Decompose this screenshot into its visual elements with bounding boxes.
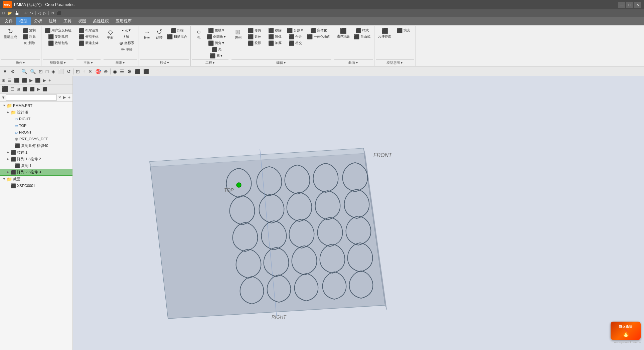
- minimize-button[interactable]: —: [618, 2, 625, 8]
- zoom-in-btn[interactable]: 🔍: [20, 68, 28, 75]
- search-go-btn[interactable]: ▶: [62, 95, 66, 100]
- appearance-btn[interactable]: ◉: [112, 68, 118, 75]
- menu-analysis[interactable]: 分析: [31, 17, 45, 25]
- rib-btn[interactable]: ⬛筋▼: [205, 53, 228, 59]
- revolve-btn[interactable]: ↺旋转: [153, 27, 165, 41]
- tree-icon-btn4[interactable]: ⬛: [21, 77, 28, 83]
- tree-item-copy1[interactable]: ⬛ 复制 1: [0, 162, 72, 169]
- plane-btn[interactable]: ◇平面: [104, 27, 116, 41]
- paste-btn[interactable]: ⬛粘贴: [19, 34, 39, 40]
- clear-btn[interactable]: ✕: [87, 68, 94, 75]
- menu-file[interactable]: 文件: [1, 17, 16, 25]
- maximize-button[interactable]: □: [626, 2, 633, 8]
- style-btn[interactable]: ⬛样式: [352, 27, 372, 33]
- chamfer-btn[interactable]: ⬛倒角▼: [205, 40, 228, 46]
- tree-item-front[interactable]: ▱ FRONT: [0, 129, 72, 136]
- tree-item-pmma[interactable]: ▼ 📁 PMMA.PRT: [0, 102, 72, 109]
- project-btn[interactable]: ⬛投影: [245, 40, 265, 46]
- panel-icon8[interactable]: +: [49, 86, 53, 92]
- menu-applications[interactable]: 应用程序: [112, 17, 135, 25]
- intersect-btn[interactable]: ⬛相交: [285, 40, 305, 46]
- thicken-btn[interactable]: ⬛加厚: [265, 40, 285, 46]
- panel-icon2[interactable]: ☰: [10, 86, 15, 92]
- freestyle-btn[interactable]: ⬛自由式: [352, 34, 372, 40]
- zoom-out-btn[interactable]: 🔍: [29, 68, 37, 75]
- tree-item-extrude1[interactable]: ▶ ⬛ 拉伸 1: [0, 149, 72, 156]
- panel-icon5[interactable]: ⬛: [29, 86, 36, 92]
- tree-icon-btn3[interactable]: ⬛: [13, 77, 20, 83]
- extrude-btn[interactable]: →拉伸: [141, 27, 153, 41]
- tree-item-right[interactable]: ▱ RIGHT: [0, 116, 72, 122]
- delete-btn[interactable]: ✕删除: [19, 40, 39, 46]
- next-button[interactable]: ▷: [42, 11, 47, 16]
- new-body-btn[interactable]: ⬛新建主体: [77, 40, 100, 46]
- solidify-btn[interactable]: ⬛实体化: [306, 27, 332, 33]
- tree-filter-btn[interactable]: ▼: [1, 68, 9, 75]
- sweep-blend-btn[interactable]: ⬛扫描混合: [166, 34, 188, 40]
- component-interface-btn[interactable]: ⬛元件界面: [376, 27, 393, 40]
- wireframe-btn[interactable]: ⬜: [57, 68, 65, 75]
- shell-btn[interactable]: ⬛壳: [205, 46, 228, 52]
- hole-btn[interactable]: ○孔: [193, 27, 205, 41]
- csys-btn[interactable]: ⊕坐标系: [117, 40, 137, 46]
- search-add-btn[interactable]: +: [67, 95, 71, 100]
- sweep-btn[interactable]: ⬛扫描: [166, 27, 188, 33]
- copy-geom-btn[interactable]: ⬛复制几何: [43, 34, 73, 40]
- regenerate-ribbon-btn[interactable]: ↻重新生成: [2, 27, 19, 40]
- unified-surface-btn[interactable]: ⬛一体化曲面: [306, 34, 332, 40]
- more-btn[interactable]: ⬛: [133, 68, 142, 75]
- remove-btn[interactable]: ⬛移除: [265, 27, 285, 33]
- tree-settings-btn[interactable]: ⚙: [9, 68, 16, 75]
- boolean-btn[interactable]: ⬛布尔运算: [77, 27, 100, 33]
- axis-btn[interactable]: /轴: [117, 34, 137, 40]
- redo-button[interactable]: ↪: [29, 11, 34, 16]
- tree-item-csys[interactable]: ⊕ PRT_CSYS_DEF: [0, 136, 72, 142]
- save-button[interactable]: 💾: [14, 11, 20, 16]
- new-button[interactable]: □: [1, 11, 6, 15]
- extra-btn[interactable]: ⬛: [142, 68, 150, 75]
- tree-item-design[interactable]: ▶ 📁 设计项: [0, 109, 72, 116]
- tree-icon-btn2[interactable]: ☰: [7, 77, 13, 83]
- previous-button[interactable]: ◁: [37, 11, 42, 16]
- pattern-btn[interactable]: ⊞阵列: [232, 27, 244, 41]
- view3d-btn[interactable]: ⊡: [74, 68, 81, 75]
- trim-btn[interactable]: ⬛修剪: [245, 27, 265, 33]
- tree-item-copygeom[interactable]: ⬛ 复制几何 标识40: [0, 142, 72, 149]
- tree-icon-btn5[interactable]: ▶: [28, 77, 34, 83]
- search-input[interactable]: [6, 95, 57, 101]
- split-btn[interactable]: ⬛分割▼: [285, 27, 305, 33]
- tree-add-btn[interactable]: +: [47, 77, 52, 83]
- sketch-btn[interactable]: ✏草绘: [117, 46, 137, 52]
- fill-btn[interactable]: ⬛填充: [393, 27, 414, 33]
- datum-plane-btn[interactable]: ⊕: [103, 68, 109, 75]
- copy-btn[interactable]: ⬛复制: [19, 27, 39, 33]
- panel-icon3[interactable]: ⊞: [16, 86, 21, 92]
- shading-btn[interactable]: ◈: [50, 68, 56, 75]
- menu-tools[interactable]: 工具: [60, 17, 75, 25]
- panel-icon7[interactable]: ⬛: [41, 86, 48, 92]
- normal-view-btn[interactable]: ↑: [82, 68, 87, 75]
- regenerate-button[interactable]: ↻: [50, 11, 55, 16]
- menu-view[interactable]: 视图: [75, 17, 90, 25]
- viewport[interactable]: FRONT TOP RIGHT 野火论坛 🔥 www.proewildfire.…: [73, 76, 644, 350]
- split-body-btn[interactable]: ⬛分割主体: [77, 34, 100, 40]
- menu-model[interactable]: 模型: [16, 17, 31, 25]
- tree-item-pattern2[interactable]: ▶ ⬛ 阵列 2 / 拉伸 3: [0, 169, 72, 176]
- zoom-area-btn[interactable]: ⊡: [37, 68, 44, 75]
- display-button[interactable]: ⬛: [56, 11, 62, 16]
- panel-icon1[interactable]: ⬛: [1, 85, 9, 93]
- view-fit-btn[interactable]: □: [44, 68, 50, 75]
- panel-icon6[interactable]: ▶: [36, 86, 41, 92]
- tree-icon-btn1[interactable]: ⊞: [1, 77, 6, 83]
- panel-icon4[interactable]: ⬛: [21, 86, 28, 92]
- tree-icon-btn7[interactable]: ▶: [42, 77, 47, 83]
- extend-btn[interactable]: ⬛延伸: [245, 34, 265, 40]
- merge-btn[interactable]: ⬛合并: [285, 34, 305, 40]
- target-btn[interactable]: 🎯: [94, 68, 102, 75]
- settings2-btn[interactable]: ⚙: [126, 68, 133, 75]
- point-btn[interactable]: •点▼: [117, 27, 137, 33]
- tree-item-xsec[interactable]: ⬛ XSEC0001: [0, 182, 72, 189]
- mirror-btn[interactable]: ⬛镜像: [265, 34, 285, 40]
- shrinkwrap-btn[interactable]: ⬛收缩包络: [43, 40, 73, 46]
- user-defined-feature-btn[interactable]: ⬛用户定义特征: [43, 27, 73, 33]
